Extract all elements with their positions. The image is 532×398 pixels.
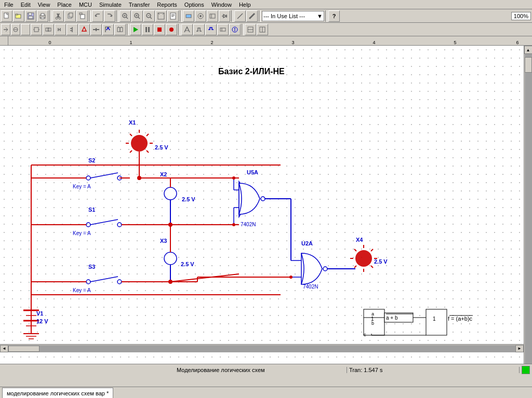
svg-point-11	[56, 17, 58, 19]
tb2-sim-e[interactable]	[229, 24, 241, 35]
svg-rect-36	[210, 14, 215, 18]
svg-line-26	[150, 17, 152, 19]
toolbar-main: --- In Use List --- ▼ ? 100%	[0, 9, 532, 23]
cut-button[interactable]	[52, 10, 64, 22]
redo-button[interactable]	[104, 10, 115, 22]
save-button[interactable]	[25, 10, 36, 22]
scroll-up-button[interactable]: ▲	[524, 46, 533, 54]
run-button[interactable]	[130, 24, 141, 35]
bus-tool[interactable]	[246, 10, 258, 22]
scroll-thumb[interactable]	[8, 346, 39, 352]
menu-window[interactable]: Window	[208, 1, 235, 8]
comp-btn1[interactable]	[183, 10, 194, 22]
svg-text:1: 1	[433, 316, 436, 322]
svg-point-92	[86, 176, 90, 180]
active-tab[interactable]: моделирование логических схем вар *	[2, 388, 113, 398]
svg-point-118	[86, 223, 90, 227]
help-button[interactable]: ?	[328, 10, 340, 22]
svg-point-12	[59, 17, 61, 19]
svg-point-73	[234, 30, 235, 31]
svg-line-169	[354, 249, 356, 251]
tb2-btn1[interactable]	[1, 24, 10, 35]
tb2-btn2[interactable]	[11, 24, 20, 35]
tb2-component-e[interactable]	[78, 24, 90, 35]
menu-simulate[interactable]: Simulate	[96, 1, 125, 8]
pause-button[interactable]	[142, 24, 153, 35]
scroll-thumb-v[interactable]	[525, 57, 532, 73]
svg-rect-0	[4, 13, 8, 18]
zoom-page-button[interactable]	[167, 10, 179, 22]
zoom-area-button[interactable]	[119, 10, 131, 22]
svg-text:S2: S2	[88, 157, 95, 163]
menu-transfer[interactable]: Transfer	[126, 1, 153, 8]
tb2-component-h[interactable]	[114, 24, 126, 35]
svg-rect-29	[170, 13, 176, 19]
svg-point-153	[323, 267, 327, 271]
svg-rect-49	[46, 28, 49, 31]
tb2-sim-b[interactable]	[193, 24, 205, 35]
menu-reports[interactable]: Reports	[154, 1, 180, 8]
svg-line-42	[249, 13, 255, 19]
comp-btn4[interactable]	[219, 10, 230, 22]
tb2-component-b[interactable]	[43, 24, 54, 35]
scroll-track[interactable]	[8, 345, 515, 352]
canvas-area[interactable]: Базис 2-ИЛИ-НЕ V1 12 V S2 Key = A X	[0, 46, 532, 375]
menu-place[interactable]: Place	[54, 1, 75, 8]
horizontal-scrollbar[interactable]: ◄ ►	[0, 344, 524, 352]
zoom-fit-button[interactable]	[155, 10, 167, 22]
tb2-btn3[interactable]	[21, 24, 30, 35]
menu-edit[interactable]: Edit	[18, 1, 34, 8]
menu-view[interactable]: View	[35, 1, 54, 8]
menu-file[interactable]: File	[1, 1, 17, 8]
undo-button[interactable]	[92, 10, 103, 22]
zoom-in-button[interactable]	[131, 10, 143, 22]
tb2-sim-c[interactable]	[205, 24, 217, 35]
vertical-scrollbar[interactable]: ▲ ▼	[524, 46, 532, 375]
svg-rect-7	[41, 13, 44, 16]
zoom-out-button[interactable]	[143, 10, 155, 22]
comp-btn2[interactable]	[195, 10, 206, 22]
tb2-extra-b[interactable]	[257, 24, 268, 35]
comp-btn3[interactable]	[207, 10, 218, 22]
svg-rect-69	[220, 28, 225, 31]
new-button[interactable]	[1, 10, 12, 22]
svg-text:7402N: 7402N	[303, 284, 318, 290]
svg-rect-33	[186, 15, 191, 18]
scroll-left-button[interactable]: ◄	[0, 345, 8, 352]
menu-help[interactable]: Help	[236, 1, 254, 8]
tb2-component-f[interactable]	[90, 24, 102, 35]
tb2-component-c[interactable]	[55, 24, 66, 35]
menu-options[interactable]: Options	[181, 1, 207, 8]
circuit-title: Базис 2-ИЛИ-НЕ	[218, 67, 285, 76]
tb2-sim-d[interactable]	[217, 24, 229, 35]
svg-text:7402N: 7402N	[241, 222, 256, 227]
menu-mcu[interactable]: MCU	[76, 1, 95, 8]
stop-button[interactable]	[154, 24, 165, 35]
svg-text:Key = A: Key = A	[73, 184, 91, 189]
svg-rect-2	[16, 14, 18, 15]
tb2-component-g[interactable]	[102, 24, 114, 35]
scroll-right-button[interactable]: ►	[515, 345, 524, 352]
sep4	[180, 10, 182, 22]
print-button[interactable]	[37, 10, 48, 22]
in-use-list-dropdown[interactable]: --- In Use List --- ▼	[262, 11, 324, 21]
svg-text:U5A: U5A	[247, 169, 258, 175]
svg-text:1: 1	[371, 316, 374, 322]
svg-point-113	[164, 187, 177, 200]
tb2-component-a[interactable]	[31, 24, 42, 35]
sep6	[259, 10, 261, 22]
copy-button[interactable]	[64, 10, 76, 22]
tb2-extra-a[interactable]	[245, 24, 256, 35]
tb2-sim-a[interactable]	[181, 24, 193, 35]
svg-text:S3: S3	[88, 264, 95, 270]
svg-text:S1: S1	[88, 207, 95, 213]
tb2-component-d[interactable]	[66, 24, 78, 35]
record-button[interactable]	[166, 24, 177, 35]
paste-button[interactable]	[76, 10, 88, 22]
svg-line-171	[354, 266, 356, 268]
open-button[interactable]	[13, 10, 24, 22]
svg-point-35	[200, 15, 202, 17]
wire-tool[interactable]	[234, 10, 246, 22]
svg-text:X1: X1	[129, 119, 136, 126]
svg-text:X3: X3	[160, 238, 167, 244]
